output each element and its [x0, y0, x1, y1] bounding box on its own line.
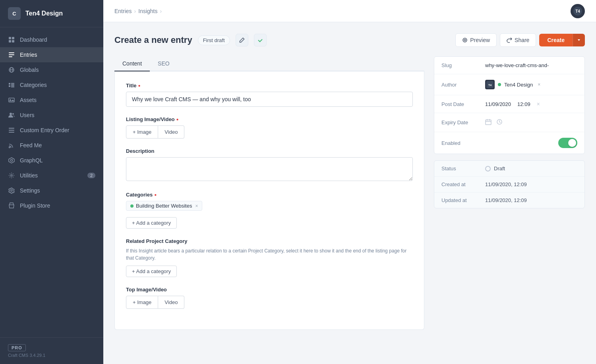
field-listing-media: Listing Image/Video ● + Image Video: [126, 116, 413, 139]
app-logo: C: [8, 7, 21, 20]
sidebar: C Ten4 Design Dashboard Entries Globals: [0, 0, 103, 364]
status-row-updated: Updated at 11/09/2020, 12:09: [434, 193, 584, 208]
post-date-value[interactable]: 11/09/2020: [485, 101, 511, 107]
svg-rect-5: [9, 54, 14, 55]
settings-icon: [8, 187, 15, 194]
related-project-description: If this Insight article bears a particul…: [126, 247, 413, 262]
create-dropdown-button[interactable]: [573, 34, 585, 46]
field-title: Title ●: [126, 83, 413, 107]
svg-point-20: [11, 175, 12, 176]
sidebar-item-categories[interactable]: Categories: [0, 77, 103, 92]
create-button[interactable]: Create: [539, 34, 573, 46]
svg-rect-1: [12, 37, 14, 39]
sidebar-item-assets-label: Assets: [20, 97, 37, 103]
field-related-project-category: Related Project Category If this Insight…: [126, 238, 413, 277]
post-time-value[interactable]: 12:09: [517, 101, 530, 107]
sidebar-item-users[interactable]: Users: [0, 108, 103, 123]
sidebar-item-categories-label: Categories: [20, 82, 47, 88]
svg-point-12: [10, 113, 12, 115]
dashboard-icon: [8, 36, 15, 43]
listing-media-buttons: + Image Video: [126, 125, 413, 139]
breadcrumb: Entries › Insights ›: [114, 8, 162, 14]
svg-rect-16: [9, 132, 14, 133]
globals-icon: [8, 66, 15, 73]
svg-text:T4: T4: [488, 84, 492, 87]
categories-icon: [8, 81, 15, 89]
listing-image-button[interactable]: + Image: [126, 125, 158, 139]
status-pill[interactable]: First draft: [198, 35, 230, 45]
updated-at-value: 11/09/2020, 12:09: [485, 197, 527, 203]
meta-row-expiry-date: Expiry Date: [434, 113, 584, 132]
sidebar-item-entries[interactable]: Entries: [0, 47, 103, 62]
share-button[interactable]: Share: [500, 33, 536, 47]
add-related-category-button[interactable]: + Add a category: [126, 266, 177, 277]
sidebar-item-graphql[interactable]: GraphQL: [0, 153, 103, 168]
categories-label: Categories ●: [126, 192, 413, 198]
sidebar-item-settings[interactable]: Settings: [0, 183, 103, 198]
preview-button[interactable]: Preview: [455, 33, 497, 47]
svg-point-17: [9, 147, 10, 148]
sidebar-item-dashboard[interactable]: Dashboard: [0, 32, 103, 47]
svg-marker-18: [9, 158, 14, 163]
top-video-button[interactable]: Video: [158, 296, 184, 309]
enabled-label: Enabled: [441, 140, 485, 146]
tab-content[interactable]: Content: [114, 56, 150, 71]
listing-video-button[interactable]: Video: [158, 125, 184, 139]
category-tag-building-better-websites: Building Better Websites ×: [126, 201, 202, 211]
pro-badge: PRO: [8, 344, 26, 351]
svg-rect-15: [9, 130, 14, 131]
enabled-toggle[interactable]: [558, 138, 577, 148]
edit-status-button[interactable]: [236, 34, 248, 46]
meta-row-enabled: Enabled: [434, 132, 584, 154]
field-categories: Categories ● Building Better Websites × …: [126, 192, 413, 229]
svg-point-25: [464, 39, 466, 41]
topbar: Entries › Insights › T4: [103, 0, 596, 22]
breadcrumb-entries[interactable]: Entries: [114, 8, 132, 14]
author-label: Author: [441, 82, 485, 88]
svg-rect-28: [486, 120, 491, 125]
sidebar-item-custom-entry-order-label: Custom Entry Order: [20, 127, 69, 133]
post-date-remove-button[interactable]: ×: [537, 101, 540, 107]
expiry-calendar-icon[interactable]: [485, 119, 492, 126]
graphql-icon: [8, 157, 15, 164]
sidebar-item-assets[interactable]: Assets: [0, 92, 103, 108]
header-actions: Preview Share Create: [455, 33, 585, 47]
author-avatar: T4: [485, 80, 495, 89]
sidebar-item-custom-entry-order[interactable]: Custom Entry Order: [0, 123, 103, 138]
meta-row-author: Author T4 Ten4 Design ×: [434, 74, 584, 95]
description-input[interactable]: [126, 157, 413, 181]
title-required: ●: [138, 83, 141, 88]
top-image-button[interactable]: + Image: [126, 296, 158, 309]
svg-rect-2: [9, 40, 11, 42]
meta-row-post-date: Post Date 11/09/2020 12:09 ×: [434, 95, 584, 113]
sidebar-item-dashboard-label: Dashboard: [20, 37, 47, 43]
title-input[interactable]: [126, 92, 413, 107]
field-description: Description: [126, 148, 413, 182]
category-remove-button[interactable]: ×: [195, 203, 198, 209]
breadcrumb-insights: Insights: [138, 8, 157, 14]
breadcrumb-sep-1: ›: [134, 8, 136, 14]
status-card: Status Draft Created at 11/09/2020, 12:0…: [434, 160, 585, 208]
status-row-created: Created at 11/09/2020, 12:09: [434, 177, 584, 193]
slug-value[interactable]: why-we-love-craft-cms-and-: [485, 62, 577, 68]
categories-required: ●: [154, 193, 157, 197]
svg-point-19: [11, 160, 13, 162]
page-title: Create a new entry: [114, 35, 192, 45]
sidebar-item-plugin-store[interactable]: Plugin Store: [0, 198, 103, 213]
author-online-dot: [498, 83, 501, 86]
sidebar-item-feed-me[interactable]: Feed Me: [0, 138, 103, 153]
author-remove-button[interactable]: ×: [538, 82, 540, 87]
description-label: Description: [126, 148, 413, 154]
create-button-group: Create: [539, 34, 585, 46]
toggle-knob: [568, 139, 576, 147]
svg-point-13: [12, 113, 14, 115]
sidebar-item-utilities[interactable]: Utilities 2: [0, 168, 103, 183]
created-at-label: Created at: [441, 181, 485, 187]
user-avatar[interactable]: T4: [571, 4, 585, 18]
add-category-button[interactable]: + Add a category: [126, 217, 177, 229]
sidebar-item-globals[interactable]: Globals: [0, 62, 103, 77]
svg-rect-0: [9, 37, 11, 39]
expiry-time-icon[interactable]: [496, 119, 503, 126]
tab-seo[interactable]: SEO: [150, 56, 178, 71]
confirm-status-button[interactable]: [254, 34, 267, 46]
